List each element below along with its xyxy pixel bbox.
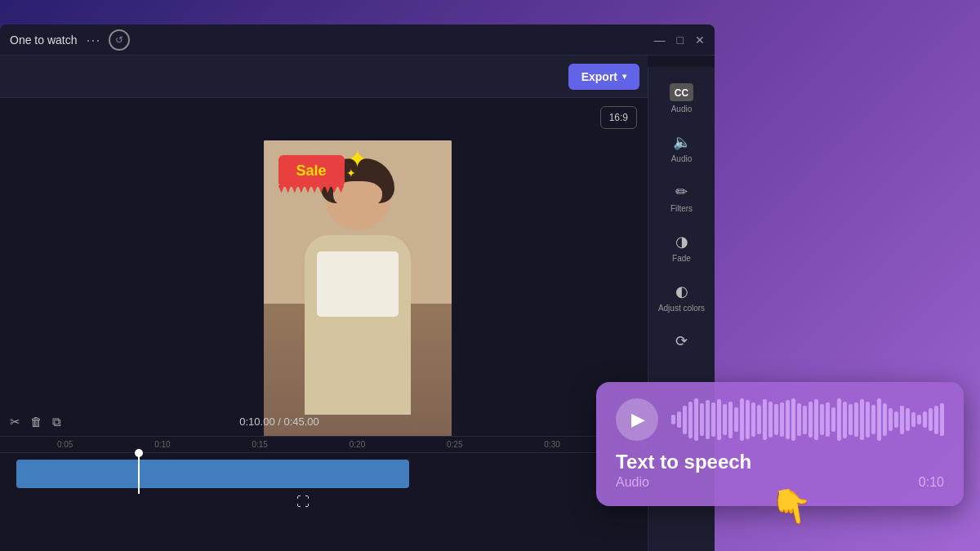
wave-bar bbox=[894, 411, 898, 428]
fade-icon: ◑ bbox=[675, 233, 688, 251]
audio-label: Audio bbox=[671, 154, 693, 163]
fullscreen-button[interactable]: ⛶ bbox=[296, 495, 310, 509]
copy-button[interactable]: ⧉ bbox=[52, 415, 61, 429]
time-display: 0:10.00 / 0:45.00 bbox=[239, 415, 319, 428]
playhead-handle bbox=[135, 449, 143, 457]
aspect-ratio-button[interactable]: 16:9 bbox=[600, 106, 637, 129]
sidebar-item-audio[interactable]: 🔈 Audio bbox=[648, 125, 715, 171]
person-body bbox=[305, 235, 411, 415]
wave-bar bbox=[728, 402, 733, 438]
filters-icon: ✏ bbox=[675, 183, 688, 201]
wave-bar bbox=[917, 415, 921, 424]
refresh-icon[interactable]: ↺ bbox=[109, 29, 130, 51]
wave-bar bbox=[854, 402, 858, 437]
wave-bar bbox=[786, 400, 790, 439]
tts-top-row: ▶ bbox=[616, 398, 944, 441]
wave-bar bbox=[711, 402, 715, 437]
mark-5: 0:30 bbox=[503, 440, 600, 449]
tts-bottom-row: Text to speech Audio 0:10 bbox=[616, 451, 944, 490]
tts-card-inner: ▶ Text to speech Audio 0:10 bbox=[616, 398, 944, 490]
more-options-icon[interactable]: ⋯ bbox=[86, 31, 100, 49]
mark-2: 0:15 bbox=[212, 440, 309, 449]
wave-bar bbox=[934, 406, 938, 434]
close-button[interactable]: ✕ bbox=[695, 34, 705, 46]
mark-1: 0:10 bbox=[114, 440, 211, 449]
wave-bar bbox=[751, 402, 755, 437]
wave-bar bbox=[700, 403, 704, 436]
wave-bar bbox=[677, 411, 681, 428]
wave-bar bbox=[860, 399, 864, 440]
captions-label: Audio bbox=[671, 104, 693, 113]
title-bar-left: One to watch ⋯ ↺ bbox=[10, 29, 130, 51]
playhead[interactable] bbox=[138, 453, 140, 494]
wave-bar bbox=[797, 403, 801, 436]
wave-bar bbox=[820, 404, 824, 435]
wave-bar bbox=[837, 398, 841, 441]
wave-bar bbox=[688, 402, 693, 438]
wave-bar bbox=[683, 406, 687, 434]
project-title: One to watch bbox=[10, 33, 78, 47]
wave-bar bbox=[768, 402, 773, 438]
wave-bar bbox=[734, 407, 738, 432]
wave-bar bbox=[694, 398, 698, 441]
video-clip[interactable] bbox=[16, 460, 409, 488]
tts-title: Text to speech bbox=[616, 451, 751, 473]
sidebar-item-filters[interactable]: ✏ Filters bbox=[648, 175, 715, 221]
wave-bar bbox=[671, 415, 675, 424]
colors-label: Adjust colors bbox=[658, 304, 705, 313]
sidebar-item-more[interactable]: ⟳ bbox=[648, 324, 715, 358]
title-bar: One to watch ⋯ ↺ — □ ✕ bbox=[0, 24, 715, 56]
tts-waveform bbox=[671, 398, 944, 441]
maximize-button[interactable]: □ bbox=[677, 34, 684, 46]
export-label: Export bbox=[581, 70, 617, 83]
cut-button[interactable]: ✂ bbox=[10, 415, 20, 429]
wave-bar bbox=[900, 406, 904, 434]
mark-0: 0:05 bbox=[16, 440, 114, 449]
cc-icon: CC bbox=[670, 83, 693, 101]
wave-bar bbox=[866, 402, 870, 438]
wave-bar bbox=[911, 412, 915, 427]
colors-icon: ◐ bbox=[675, 282, 688, 300]
wave-bar bbox=[723, 404, 727, 435]
wave-bar bbox=[889, 408, 893, 431]
wave-bar bbox=[831, 407, 835, 432]
wave-bar bbox=[746, 400, 750, 439]
tts-play-button[interactable]: ▶ bbox=[616, 398, 658, 441]
wave-bar bbox=[780, 402, 784, 437]
export-chevron-icon: ▾ bbox=[622, 72, 626, 81]
header-toolbar: Export ▾ bbox=[0, 56, 648, 98]
wave-bar bbox=[929, 408, 933, 431]
window-controls: — □ ✕ bbox=[654, 34, 705, 46]
sidebar-item-captions[interactable]: CC Audio bbox=[648, 75, 715, 122]
export-button[interactable]: Export ▾ bbox=[568, 64, 639, 90]
wave-bar bbox=[883, 403, 887, 436]
sale-sticker: Sale ✦ ✦ bbox=[278, 155, 345, 187]
wave-bar bbox=[717, 399, 721, 440]
wave-bar bbox=[849, 404, 853, 435]
wave-bar bbox=[871, 405, 875, 434]
tts-duration: 0:10 bbox=[919, 475, 944, 490]
minimize-button[interactable]: — bbox=[654, 34, 666, 46]
delete-button[interactable]: 🗑 bbox=[30, 415, 42, 429]
wave-bar bbox=[906, 408, 910, 431]
more-icon: ⟳ bbox=[675, 332, 688, 350]
sparkle-small-icon: ✦ bbox=[346, 167, 356, 179]
wave-bar bbox=[774, 404, 778, 435]
sidebar-item-colors[interactable]: ◐ Adjust colors bbox=[648, 274, 715, 321]
wave-bar bbox=[740, 398, 744, 441]
tts-play-icon: ▶ bbox=[631, 409, 645, 430]
sidebar-item-fade[interactable]: ◑ Fade bbox=[648, 224, 715, 271]
wave-bar bbox=[814, 399, 818, 440]
wave-bar bbox=[803, 406, 807, 434]
wave-bar bbox=[791, 398, 795, 441]
wave-bar bbox=[940, 403, 944, 436]
wave-bar bbox=[763, 399, 767, 440]
person-shirt bbox=[317, 251, 399, 317]
fade-label: Fade bbox=[672, 254, 691, 263]
tts-subtitle: Audio bbox=[616, 475, 751, 490]
tts-info: Text to speech Audio bbox=[616, 451, 751, 490]
audio-icon: 🔈 bbox=[673, 133, 691, 151]
wave-bar bbox=[826, 402, 830, 437]
cursor-hand-icon: 👇 bbox=[767, 483, 816, 530]
wave-bar bbox=[706, 400, 710, 439]
